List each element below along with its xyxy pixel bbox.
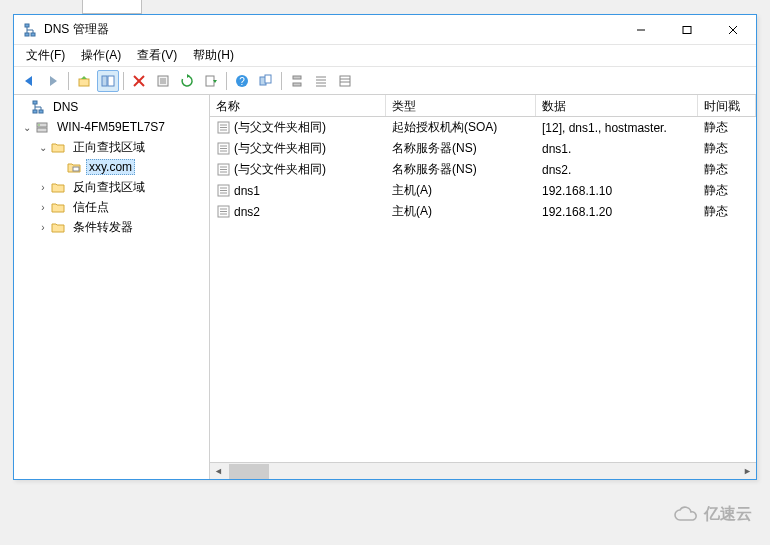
server-icon bbox=[34, 119, 50, 135]
record-row[interactable]: (与父文件夹相同)起始授权机构(SOA)[12], dns1., hostmas… bbox=[210, 117, 756, 138]
tree-trust-points[interactable]: › 信任点 bbox=[14, 197, 209, 217]
menu-view[interactable]: 查看(V) bbox=[129, 45, 185, 66]
tree-label: 反向查找区域 bbox=[70, 179, 148, 196]
properties-button[interactable] bbox=[152, 70, 174, 92]
back-button[interactable] bbox=[18, 70, 40, 92]
window-title: DNS 管理器 bbox=[44, 21, 618, 38]
list-header: 名称 类型 数据 时间戳 bbox=[210, 95, 756, 117]
toolbar-separator bbox=[68, 72, 69, 90]
expander-icon[interactable]: › bbox=[36, 202, 50, 213]
tree-label: 正向查找区域 bbox=[70, 139, 148, 156]
show-hide-tree-button[interactable] bbox=[97, 70, 119, 92]
record-timestamp: 静态 bbox=[698, 203, 756, 220]
record-timestamp: 静态 bbox=[698, 182, 756, 199]
record-row[interactable]: (与父文件夹相同)名称服务器(NS)dns1.静态 bbox=[210, 138, 756, 159]
expander-icon[interactable]: › bbox=[36, 182, 50, 193]
record-timestamp: 静态 bbox=[698, 119, 756, 136]
toolbar-separator bbox=[281, 72, 282, 90]
tree-label: 信任点 bbox=[70, 199, 112, 216]
tree-label: 条件转发器 bbox=[70, 219, 136, 236]
expander-icon[interactable]: ⌄ bbox=[20, 122, 34, 133]
tree-root-dns[interactable]: DNS bbox=[14, 97, 209, 117]
record-name: dns2 bbox=[210, 205, 386, 219]
tree-conditional-forwarders[interactable]: › 条件转发器 bbox=[14, 217, 209, 237]
svg-rect-29 bbox=[293, 76, 301, 79]
detail-view-button[interactable] bbox=[334, 70, 356, 92]
forward-button[interactable] bbox=[42, 70, 64, 92]
filter-button[interactable] bbox=[286, 70, 308, 92]
help-button[interactable]: ? bbox=[231, 70, 253, 92]
svg-rect-12 bbox=[79, 79, 89, 86]
new-window-button[interactable] bbox=[255, 70, 277, 92]
svg-rect-30 bbox=[293, 83, 301, 86]
record-name: dns1 bbox=[210, 184, 386, 198]
svg-rect-0 bbox=[25, 24, 29, 27]
tree-pane[interactable]: DNS ⌄ WIN-4FM59ETL7S7 ⌄ 正向查找区域 xxy.com ›… bbox=[14, 95, 210, 479]
scroll-left-arrow[interactable]: ◄ bbox=[210, 463, 227, 480]
record-data: [12], dns1., hostmaster. bbox=[536, 121, 698, 135]
record-icon bbox=[216, 163, 230, 177]
toolbar: ? bbox=[14, 67, 756, 95]
record-name: (与父文件夹相同) bbox=[210, 161, 386, 178]
record-timestamp: 静态 bbox=[698, 140, 756, 157]
maximize-button[interactable] bbox=[664, 15, 710, 44]
svg-marker-10 bbox=[25, 76, 32, 86]
record-type: 名称服务器(NS) bbox=[386, 140, 536, 157]
menu-help[interactable]: 帮助(H) bbox=[185, 45, 242, 66]
column-header-type[interactable]: 类型 bbox=[386, 95, 536, 116]
record-row[interactable]: dns1主机(A)192.168.1.10静态 bbox=[210, 180, 756, 201]
up-folder-button[interactable] bbox=[73, 70, 95, 92]
svg-marker-13 bbox=[81, 76, 87, 79]
export-list-button[interactable] bbox=[200, 70, 222, 92]
toolbar-separator bbox=[226, 72, 227, 90]
record-name: (与父文件夹相同) bbox=[210, 140, 386, 157]
record-row[interactable]: dns2主机(A)192.168.1.20静态 bbox=[210, 201, 756, 222]
svg-rect-2 bbox=[25, 33, 29, 36]
list-body[interactable]: (与父文件夹相同)起始授权机构(SOA)[12], dns1., hostmas… bbox=[210, 117, 756, 462]
column-header-name[interactable]: 名称 bbox=[210, 95, 386, 116]
record-type: 起始授权机构(SOA) bbox=[386, 119, 536, 136]
tree-zone-xxy-com[interactable]: xxy.com bbox=[14, 157, 209, 177]
tree-server[interactable]: ⌄ WIN-4FM59ETL7S7 bbox=[14, 117, 209, 137]
delete-button[interactable] bbox=[128, 70, 150, 92]
body-split: DNS ⌄ WIN-4FM59ETL7S7 ⌄ 正向查找区域 xxy.com ›… bbox=[14, 95, 756, 479]
tree-label: DNS bbox=[50, 100, 81, 114]
list-view-button[interactable] bbox=[310, 70, 332, 92]
svg-rect-14 bbox=[102, 76, 107, 86]
menu-action[interactable]: 操作(A) bbox=[73, 45, 129, 66]
record-icon bbox=[216, 184, 230, 198]
svg-rect-7 bbox=[683, 26, 691, 33]
column-header-data[interactable]: 数据 bbox=[536, 95, 698, 116]
svg-rect-38 bbox=[33, 101, 37, 104]
record-row[interactable]: (与父文件夹相同)名称服务器(NS)dns2.静态 bbox=[210, 159, 756, 180]
refresh-button[interactable] bbox=[176, 70, 198, 92]
column-header-timestamp[interactable]: 时间戳 bbox=[698, 95, 756, 116]
horizontal-scrollbar[interactable]: ◄ ► bbox=[210, 462, 756, 479]
record-type: 名称服务器(NS) bbox=[386, 161, 536, 178]
tree-reverse-zones[interactable]: › 反向查找区域 bbox=[14, 177, 209, 197]
folder-icon bbox=[50, 179, 66, 195]
record-data: dns2. bbox=[536, 163, 698, 177]
record-name: (与父文件夹相同) bbox=[210, 119, 386, 136]
svg-rect-39 bbox=[39, 110, 43, 113]
dns-app-icon bbox=[22, 22, 38, 38]
toolbar-separator bbox=[123, 72, 124, 90]
svg-rect-23 bbox=[206, 76, 214, 86]
folder-icon bbox=[50, 219, 66, 235]
close-button[interactable] bbox=[710, 15, 756, 44]
record-type: 主机(A) bbox=[386, 203, 536, 220]
tree-forward-zones[interactable]: ⌄ 正向查找区域 bbox=[14, 137, 209, 157]
titlebar: DNS 管理器 bbox=[14, 15, 756, 45]
scroll-right-arrow[interactable]: ► bbox=[739, 463, 756, 480]
scroll-thumb[interactable] bbox=[229, 464, 269, 479]
svg-point-46 bbox=[38, 124, 40, 126]
minimize-button[interactable] bbox=[618, 15, 664, 44]
svg-rect-35 bbox=[340, 76, 350, 86]
menu-file[interactable]: 文件(F) bbox=[18, 45, 73, 66]
folder-icon bbox=[50, 139, 66, 155]
record-icon bbox=[216, 205, 230, 219]
svg-rect-47 bbox=[73, 167, 79, 171]
menubar: 文件(F) 操作(A) 查看(V) 帮助(H) bbox=[14, 45, 756, 67]
expander-icon[interactable]: › bbox=[36, 222, 50, 233]
expander-icon[interactable]: ⌄ bbox=[36, 142, 50, 153]
